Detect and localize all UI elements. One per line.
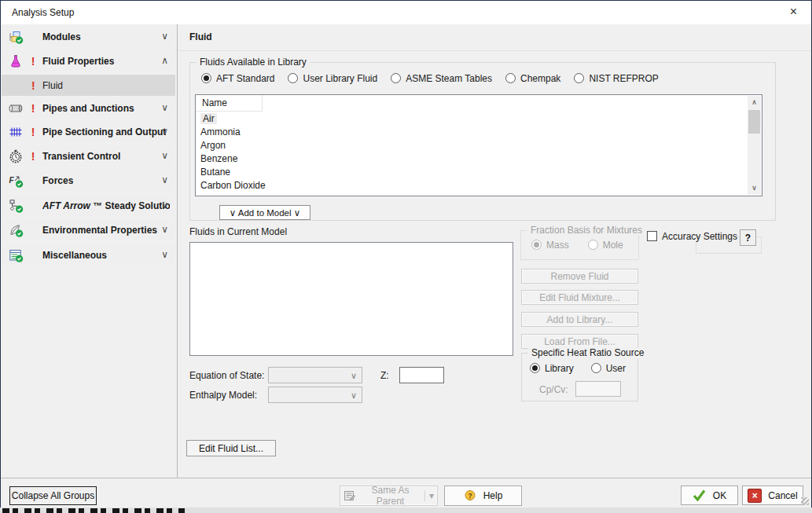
collapse-all-groups-button[interactable]: Collapse All Groups bbox=[9, 486, 97, 505]
radio-user[interactable]: User bbox=[591, 363, 626, 374]
chevron-down-icon: ∨ bbox=[161, 31, 168, 42]
scrollbar[interactable]: ∧ ∨ bbox=[748, 96, 761, 195]
sidebar-item-label: Forces bbox=[42, 175, 73, 186]
sidebar-item-miscellaneous[interactable]: Miscellaneous ∨ bbox=[2, 244, 175, 266]
sidebar-item-transient-control[interactable]: ! Transient Control ∨ bbox=[2, 145, 175, 167]
sidebar-item-label: Fluid Properties bbox=[42, 56, 114, 67]
scroll-up-icon[interactable]: ∧ bbox=[748, 96, 761, 109]
fluids-in-current-model-list[interactable] bbox=[189, 242, 513, 356]
error-mark: ! bbox=[24, 55, 42, 68]
current-model-label: Fluids in Current Model bbox=[189, 226, 287, 237]
enthalpy-model-dropdown: ∨ bbox=[268, 387, 362, 403]
flask-icon bbox=[8, 53, 24, 69]
same-as-parent-icon bbox=[344, 489, 356, 502]
equation-of-state-dropdown: ∨ bbox=[268, 367, 362, 383]
accuracy-settings-checkbox[interactable] bbox=[647, 231, 657, 241]
resize-grip[interactable] bbox=[801, 497, 809, 505]
title-bar: Analysis Setup × bbox=[1, 1, 811, 24]
z-field[interactable] bbox=[399, 367, 444, 383]
sidebar-item-fluid-properties[interactable]: ! Fluid Properties ∧ bbox=[2, 50, 175, 71]
fluid-panel: Fluid Fluids Available in Library AFT St… bbox=[178, 24, 811, 478]
ok-button[interactable]: OK bbox=[681, 486, 738, 505]
cp-cv-label: Cp/Cv: bbox=[539, 384, 568, 395]
pipe-sectioning-icon bbox=[8, 124, 24, 140]
sidebar-item-label: AFT Arrow ™ Steady Solution bbox=[42, 200, 170, 211]
list-item-ammonia[interactable]: Ammonia bbox=[196, 126, 748, 139]
list-item-benzene[interactable]: Benzene bbox=[196, 152, 748, 166]
sidebar-item-label: Pipe Sectioning and Output bbox=[42, 126, 166, 137]
sidebar-item-forces[interactable]: F Forces ∨ bbox=[2, 170, 175, 191]
close-icon[interactable]: × bbox=[776, 1, 811, 24]
chevron-down-icon: ∨ bbox=[161, 224, 168, 235]
accuracy-settings-label: Accuracy Settings bbox=[662, 231, 737, 242]
cancel-button[interactable]: × Cancel bbox=[742, 486, 803, 505]
remove-fluid-button: Remove Fluid bbox=[521, 269, 638, 284]
analysis-setup-dialog: Analysis Setup × Modules ∨ ! Fluid Prope… bbox=[0, 0, 812, 508]
library-radio-row: AFT Standard User Library Fluid ASME Ste… bbox=[201, 73, 659, 84]
error-mark: ! bbox=[24, 126, 42, 138]
scrollbar-thumb[interactable] bbox=[748, 110, 760, 134]
add-to-library-button: Add to Library... bbox=[521, 312, 638, 327]
library-groupbox-label: Fluids Available in Library bbox=[197, 57, 310, 68]
list-table-icon bbox=[8, 247, 24, 263]
chevron-up-icon: ∧ bbox=[161, 55, 168, 66]
svg-text:F: F bbox=[9, 175, 15, 184]
error-mark: ! bbox=[24, 102, 42, 115]
help-icon: ? bbox=[464, 489, 477, 503]
radio-user-library-fluid[interactable]: User Library Fluid bbox=[288, 73, 377, 84]
help-button[interactable]: ? Help bbox=[444, 486, 522, 506]
chevron-down-icon: ∨ bbox=[161, 150, 168, 161]
z-label: Z: bbox=[380, 370, 389, 381]
add-to-model-button[interactable]: ∨ Add to Model ∨ bbox=[219, 205, 310, 220]
list-item-butane[interactable]: Butane bbox=[196, 166, 748, 179]
radio-aft-standard[interactable]: AFT Standard bbox=[201, 73, 274, 84]
scroll-down-icon[interactable]: ∨ bbox=[748, 181, 761, 195]
list-item-carbon-dioxide[interactable]: Carbon Dioxide bbox=[196, 179, 748, 192]
dropdown-arrow-icon: ∨ bbox=[351, 370, 357, 380]
fluid-library-list: Name Air Ammonia Argon Benzene Butane Ca… bbox=[195, 94, 762, 196]
list-item-air[interactable]: Air bbox=[196, 112, 748, 126]
chevron-down-icon: ∨ bbox=[161, 249, 168, 260]
fraction-basis-label: Fraction Basis for Mixtures bbox=[527, 225, 645, 236]
chevron-down-icon: ∨ bbox=[161, 200, 168, 211]
radio-mole: Mole bbox=[588, 240, 623, 251]
sidebar-item-steady-solution[interactable]: AFT Arrow ™ Steady Solution ∨ bbox=[2, 195, 175, 216]
radio-nist-refprop[interactable]: NIST REFPROP bbox=[574, 73, 658, 84]
panel-title: Fluid bbox=[189, 24, 212, 50]
radio-library[interactable]: Library bbox=[530, 363, 574, 374]
radio-asme-steam-tables[interactable]: ASME Steam Tables bbox=[391, 73, 492, 84]
enthalpy-model-label: Enthalpy Model: bbox=[189, 390, 257, 401]
list-header[interactable]: Name bbox=[196, 95, 762, 112]
sidebar-item-pipes-and-junctions[interactable]: ! Pipes and Junctions ∨ bbox=[2, 97, 175, 119]
error-mark: ! bbox=[31, 79, 42, 92]
sidebar: Modules ∨ ! Fluid Properties ∧ ! Fluid !… bbox=[1, 24, 178, 478]
bottom-bar: Collapse All Groups Same As Parent ▾ ? H… bbox=[1, 478, 811, 508]
specific-heat-ratio-groupbox: Specific Heat Ratio Source Library User … bbox=[521, 353, 638, 401]
dropdown-arrow-icon: ∨ bbox=[351, 390, 357, 400]
solution-method-icon bbox=[8, 198, 24, 214]
column-header-name[interactable]: Name bbox=[202, 95, 227, 112]
sidebar-item-pipe-sectioning[interactable]: ! Pipe Sectioning and Output ∨ bbox=[2, 121, 175, 142]
sidebar-item-fluid[interactable]: ! Fluid bbox=[2, 75, 175, 96]
stopwatch-icon bbox=[8, 148, 24, 164]
chevron-down-icon: ∨ bbox=[161, 126, 168, 137]
sidebar-item-label: Fluid bbox=[42, 80, 63, 91]
edit-fluid-mixture-button: Edit Fluid Mixture... bbox=[521, 290, 638, 305]
equation-of-state-label: Equation of State: bbox=[189, 370, 264, 381]
cp-cv-field bbox=[575, 381, 621, 397]
error-mark: ! bbox=[24, 150, 42, 163]
cancel-x-icon: × bbox=[748, 489, 762, 503]
chevron-down-icon: ∨ bbox=[161, 102, 168, 113]
edit-fluid-list-button[interactable]: Edit Fluid List... bbox=[186, 440, 276, 456]
sidebar-item-label: Modules bbox=[42, 31, 81, 42]
sidebar-item-environmental-properties[interactable]: Environmental Properties ∨ bbox=[2, 219, 175, 240]
radio-chempak[interactable]: Chempak bbox=[505, 73, 560, 84]
library-groupbox: Fluids Available in Library AFT Standard… bbox=[189, 62, 776, 221]
accuracy-help-button[interactable]: ? bbox=[740, 229, 756, 246]
radio-mass: Mass bbox=[531, 240, 569, 251]
chevron-down-icon: ∨ bbox=[161, 174, 168, 185]
list-item-argon[interactable]: Argon bbox=[196, 139, 748, 152]
svg-text:?: ? bbox=[468, 491, 472, 499]
same-as-parent-button: Same As Parent ▾ bbox=[340, 486, 438, 506]
sidebar-item-modules[interactable]: Modules ∨ bbox=[2, 26, 175, 47]
